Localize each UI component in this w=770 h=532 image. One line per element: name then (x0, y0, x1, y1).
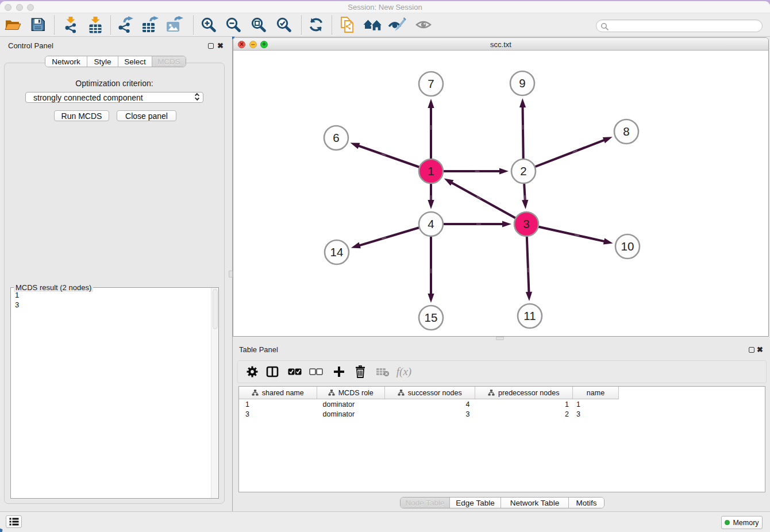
mcds-result-label: MCDS result (2 nodes) (14, 283, 93, 292)
graph-node-label: 7 (428, 77, 434, 90)
edge-arrowhead (351, 242, 361, 249)
table-settings-icon[interactable] (244, 361, 261, 383)
edge-arrowhead (603, 137, 613, 143)
search-input[interactable] (610, 21, 759, 31)
import-table-icon[interactable] (86, 13, 105, 36)
delete-table-icon (374, 361, 391, 383)
table-cell[interactable]: 3 (385, 410, 475, 419)
network-document-icon[interactable] (338, 13, 357, 36)
tab-network[interactable]: Network (45, 56, 87, 67)
graph-node-label: 2 (520, 164, 526, 178)
zoom-in-icon[interactable] (199, 13, 218, 36)
criterion-dropdown[interactable]: strongly connected component (25, 92, 203, 103)
zoom-fit-icon[interactable] (249, 13, 268, 36)
task-history-button[interactable] (6, 515, 22, 528)
result-scrollbar[interactable] (211, 288, 218, 498)
table-cell[interactable]: dominator (317, 410, 386, 419)
tab-style[interactable]: Style (87, 56, 118, 67)
table-row-1[interactable]: 1dominator411 (239, 400, 619, 410)
delete-column-icon[interactable] (352, 361, 369, 383)
edge-arrowhead (519, 98, 526, 107)
table-cell[interactable]: 1 (475, 400, 573, 410)
tab-network-table[interactable]: Network Table (501, 498, 569, 508)
table-toolbar: f(x) (237, 360, 767, 383)
table-cell[interactable]: 2 (475, 410, 573, 419)
edge-3-1[interactable] (451, 182, 526, 224)
optimization-criterion-label: Optimization criterion: (4, 79, 225, 88)
graph-node-label: 11 (523, 309, 536, 322)
column-header-predecessor-nodes[interactable]: predecessor nodes (475, 387, 573, 399)
table-cell[interactable]: 4 (385, 400, 475, 410)
table-row-3[interactable]: 3dominator323 (239, 410, 619, 419)
tab-select[interactable]: Select (118, 56, 152, 67)
control-panel-close-icon[interactable]: ✖ (217, 43, 224, 49)
toolbar-separator (54, 16, 55, 34)
horizontal-splitter-handle[interactable] (496, 337, 504, 340)
memory-button[interactable]: Memory (721, 516, 763, 529)
zoom-out-icon[interactable] (224, 13, 243, 36)
vertical-splitter-handle[interactable] (229, 271, 233, 277)
table-cell[interactable]: 1 (573, 400, 619, 410)
edge-arrowhead (526, 292, 532, 301)
control-panel-tabs: NetworkStyleSelectMCDS (45, 56, 186, 67)
column-header-label: successor nodes (408, 389, 462, 397)
edge-arrowhead (603, 238, 613, 244)
search-box[interactable] (596, 20, 763, 32)
deselect-all-checks-icon[interactable] (307, 361, 325, 383)
graph-node-label: 9 (519, 76, 525, 90)
table-panel-close-icon[interactable]: ✖ (757, 346, 763, 353)
control-panel-float-icon[interactable] (208, 43, 214, 49)
tab-mcds[interactable]: MCDS (152, 56, 186, 67)
column-header-name[interactable]: name (573, 387, 619, 399)
open-file-icon[interactable] (3, 13, 22, 36)
edge-arrowhead (428, 294, 434, 303)
shared-column-icon (398, 390, 405, 396)
split-columns-icon[interactable] (264, 361, 281, 383)
criterion-dropdown-value: strongly connected component (33, 92, 143, 103)
edge-arrowhead (502, 221, 511, 227)
home-neighbors-icon[interactable] (363, 13, 383, 36)
search-icon (600, 22, 609, 31)
export-image-icon[interactable] (165, 13, 184, 36)
toolbar-separator (332, 16, 332, 34)
tab-motifs[interactable]: Motifs (569, 498, 604, 508)
control-panel-title: Control Panel (8, 41, 53, 50)
style-edit-eye-icon[interactable] (387, 13, 407, 36)
column-header-successor-nodes[interactable]: successor nodes (385, 387, 475, 399)
add-column-icon[interactable] (330, 361, 348, 383)
network-window-titlebar[interactable]: × – + scc.txt (233, 38, 768, 51)
import-network-icon[interactable] (61, 13, 80, 36)
app-title: Session: New Session (0, 1, 770, 13)
function-builder-icon: f(x) (395, 361, 413, 383)
mcds-result-value: 3 (15, 300, 19, 310)
table-cell[interactable]: 3 (239, 410, 317, 419)
preview-eye-icon[interactable] (414, 13, 433, 36)
table-panel-float-icon[interactable] (749, 347, 754, 353)
table-cell[interactable]: 3 (573, 410, 619, 419)
run-mcds-button[interactable]: Run MCDS (54, 110, 109, 121)
network-canvas[interactable]: 1234678910111415 (233, 51, 768, 336)
export-table-icon[interactable] (140, 13, 160, 36)
select-all-checks-icon[interactable] (286, 361, 303, 383)
save-session-icon[interactable] (28, 13, 48, 36)
table-header-row: shared nameMCDS rolesuccessor nodesprede… (239, 387, 619, 399)
graph-node-label: 10 (621, 240, 634, 253)
table-cell[interactable]: 1 (239, 400, 317, 410)
shared-column-icon (488, 390, 495, 396)
table-cell[interactable]: dominator (317, 400, 386, 410)
dropdown-stepper-icon (195, 94, 199, 100)
column-header-label: name (587, 389, 605, 397)
zoom-selected-icon[interactable] (274, 13, 294, 36)
edge-arrowhead (499, 168, 509, 174)
column-header-shared-name[interactable]: shared name (239, 387, 317, 399)
tab-edge-table[interactable]: Edge Table (450, 498, 501, 508)
edge-2-8[interactable] (523, 140, 605, 171)
apply-layout-icon[interactable] (306, 13, 326, 36)
tab-node-table[interactable]: Node Table (401, 498, 450, 508)
export-network-icon[interactable] (116, 13, 136, 36)
graph-node-label: 1 (428, 164, 434, 178)
column-header-MCDS-role[interactable]: MCDS role (317, 387, 386, 399)
close-panel-button[interactable]: Close panel (117, 110, 176, 121)
graph-node-label: 3 (523, 217, 529, 230)
memory-status-icon (725, 520, 730, 525)
